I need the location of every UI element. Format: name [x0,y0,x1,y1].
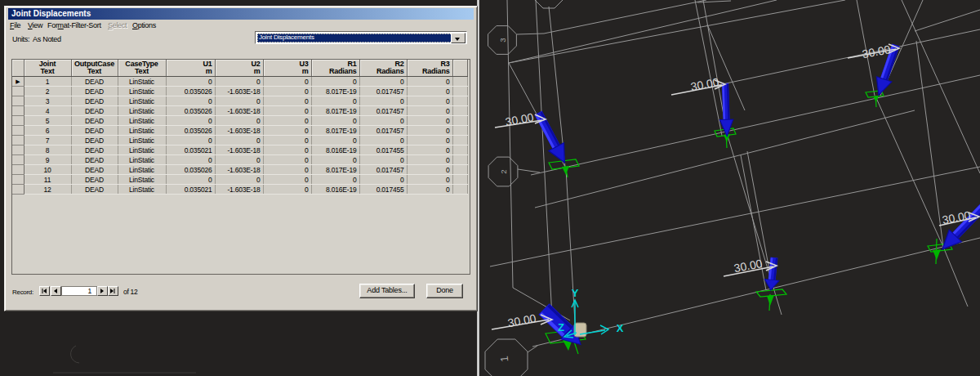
svg-text:Z: Z [558,321,564,333]
svg-text:1: 1 [498,356,511,363]
svg-text:Y: Y [572,287,579,299]
svg-text:3: 3 [498,38,507,42]
svg-text:X: X [617,322,624,334]
svg-text:2: 2 [499,169,508,173]
